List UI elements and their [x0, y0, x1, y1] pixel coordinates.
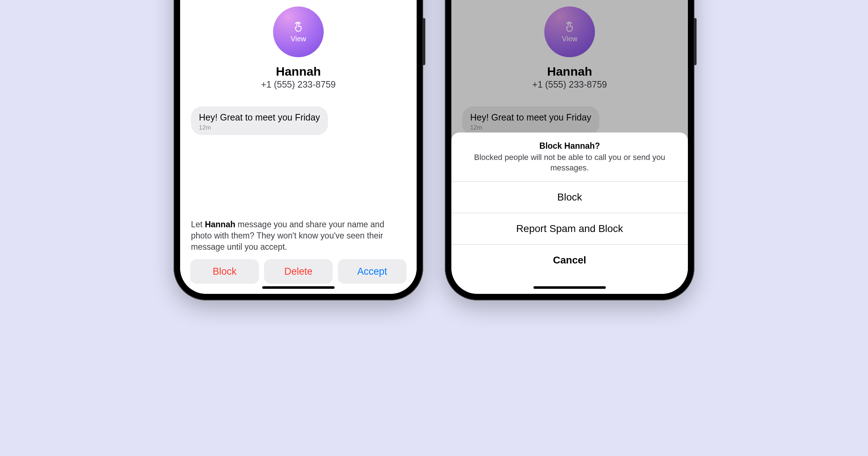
sheet-subtitle: Blocked people will not be able to call … [466, 152, 673, 173]
sheet-header: Block Hannah? Blocked people will not be… [451, 132, 688, 181]
message-time: 12m [470, 124, 591, 131]
avatar-view-button: View [544, 7, 595, 57]
contact-header: View Hannah +1 (555) 233-8759 [180, 7, 417, 90]
phone-right: View Hannah +1 (555) 233-8759 Hey! Great… [445, 0, 694, 300]
screen-left: View Hannah +1 (555) 233-8759 Hey! Great… [180, 0, 417, 294]
accept-button[interactable]: Accept [338, 259, 407, 284]
phone-left: View Hannah +1 (555) 233-8759 Hey! Great… [174, 0, 423, 300]
message-bubble[interactable]: Hey! Great to meet you Friday 12m [191, 106, 328, 135]
message-time: 12m [199, 124, 320, 131]
delete-button[interactable]: Delete [264, 259, 333, 284]
contact-header: View Hannah +1 (555) 233-8759 [451, 7, 688, 90]
sheet-title: Block Hannah? [466, 141, 673, 151]
contact-name: Hannah [547, 64, 592, 79]
avatar-label: View [291, 35, 306, 43]
message-text: Hey! Great to meet you Friday [199, 111, 320, 123]
home-indicator[interactable] [262, 286, 335, 289]
avatar-label: View [562, 35, 578, 43]
block-button[interactable]: Block [190, 259, 259, 284]
screen-content: View Hannah +1 (555) 233-8759 Hey! Great… [180, 0, 417, 294]
tap-icon [292, 21, 305, 33]
screen-right: View Hannah +1 (555) 233-8759 Hey! Great… [451, 0, 688, 294]
home-indicator[interactable] [533, 286, 606, 289]
side-button [422, 18, 425, 65]
block-action-sheet: Block Hannah? Blocked people will not be… [451, 132, 688, 294]
prompt-text: Let Hannah message you and share your na… [180, 219, 417, 253]
message-text: Hey! Great to meet you Friday [470, 111, 591, 123]
message-bubble: Hey! Great to meet you Friday 12m [462, 106, 599, 135]
contact-phone: +1 (555) 233-8759 [532, 79, 607, 90]
sheet-option-report[interactable]: Report Spam and Block [451, 213, 688, 244]
contact-phone: +1 (555) 233-8759 [261, 79, 336, 90]
sheet-option-block[interactable]: Block [451, 182, 688, 213]
side-button [694, 18, 697, 65]
sheet-option-cancel[interactable]: Cancel [451, 245, 688, 276]
tap-icon [563, 21, 576, 33]
avatar-view-button[interactable]: View [273, 7, 324, 57]
contact-name: Hannah [276, 64, 321, 79]
